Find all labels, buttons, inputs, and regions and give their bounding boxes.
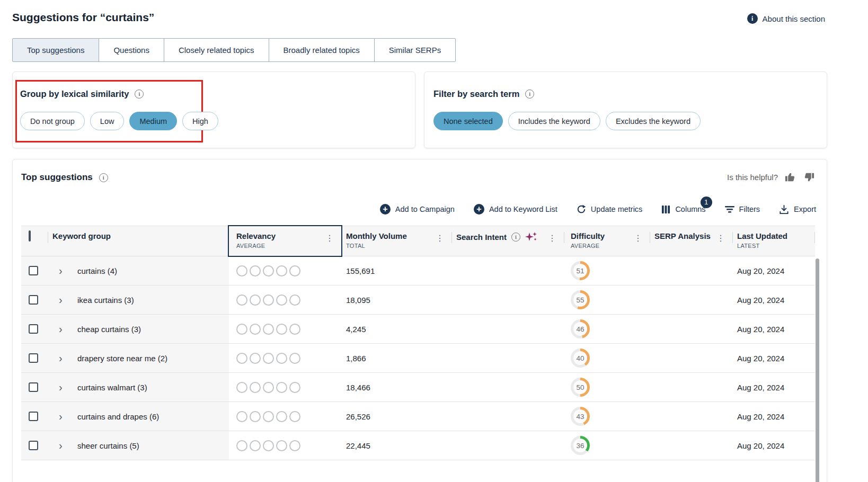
- difficulty-donut: 46: [571, 319, 590, 338]
- column-sublabel: LATEST: [737, 243, 815, 249]
- tab-broadly-related-topics[interactable]: Broadly related topics: [269, 38, 375, 62]
- filter-option-excludes-the-keyword[interactable]: Excludes the keyword: [606, 112, 701, 130]
- update-metrics-label: Update metrics: [591, 205, 643, 213]
- column-last-updated[interactable]: Last Updated LATEST: [732, 226, 815, 256]
- monthly-volume-value: 155,691: [341, 266, 451, 275]
- add-to-keyword-list-button[interactable]: + Add to Keyword List: [474, 204, 557, 215]
- expand-chevron-icon[interactable]: ›: [59, 440, 65, 451]
- filter-by-title-text: Filter by search term: [433, 89, 519, 99]
- expand-chevron-icon[interactable]: ›: [59, 382, 65, 392]
- vertical-scrollbar[interactable]: [816, 258, 819, 482]
- filters-button[interactable]: Filters: [725, 205, 760, 213]
- row-checkbox[interactable]: [29, 353, 38, 363]
- column-difficulty[interactable]: Difficulty AVERAGE ⋮: [564, 226, 650, 256]
- expand-chevron-icon[interactable]: ›: [59, 294, 65, 305]
- relevancy-circle: [263, 382, 274, 393]
- tab-questions[interactable]: Questions: [99, 38, 164, 62]
- helpful-widget: Is this helpful?: [727, 171, 815, 183]
- column-sublabel: TOTAL: [346, 243, 451, 249]
- kebab-menu-icon[interactable]: ⋮: [325, 233, 334, 243]
- update-metrics-button[interactable]: Update metrics: [577, 204, 643, 214]
- group-option-low[interactable]: Low: [90, 112, 125, 130]
- info-icon[interactable]: i: [525, 90, 534, 99]
- group-option-medium[interactable]: Medium: [129, 112, 177, 130]
- expand-chevron-icon[interactable]: ›: [59, 265, 65, 276]
- table-body: › curtains (4) 155,691 51 Aug 20, 2024 ›…: [21, 256, 815, 460]
- group-option-high[interactable]: High: [182, 112, 218, 130]
- kebab-menu-icon[interactable]: ⋮: [548, 233, 556, 243]
- difficulty-donut: 40: [571, 349, 590, 368]
- relevancy-circle: [236, 382, 247, 393]
- difficulty-donut: 51: [571, 261, 590, 280]
- last-updated-value: Aug 20, 2024: [732, 296, 815, 305]
- add-to-campaign-label: Add to Campaign: [395, 205, 455, 213]
- relevancy-circle: [289, 324, 300, 335]
- column-serp-analysis[interactable]: SERP Analysis ⋮: [650, 226, 732, 256]
- tab-top-suggestions[interactable]: Top suggestions: [12, 38, 99, 62]
- relevancy-circle: [263, 324, 274, 335]
- tab-closely-related-topics[interactable]: Closely related topics: [164, 38, 269, 62]
- row-checkbox[interactable]: [29, 412, 38, 421]
- group-option-do-not-group[interactable]: Do not group: [20, 112, 85, 130]
- info-icon[interactable]: i: [135, 90, 144, 99]
- relevancy-circle: [236, 294, 247, 306]
- kebab-menu-icon[interactable]: ⋮: [436, 233, 444, 243]
- relevancy-cell: [229, 411, 341, 422]
- keyword-group-cell: › sheer curtains (5): [48, 431, 229, 460]
- kebab-menu-icon[interactable]: ⋮: [716, 233, 725, 243]
- export-button[interactable]: Export: [779, 204, 816, 215]
- column-relevancy[interactable]: Relevancy AVERAGE ⋮: [229, 226, 341, 256]
- group-by-title-text: Group by lexical similarity: [20, 89, 129, 99]
- filters-label: Filters: [739, 205, 760, 213]
- row-checkbox[interactable]: [29, 324, 38, 334]
- expand-chevron-icon[interactable]: ›: [59, 353, 65, 363]
- column-keyword-group[interactable]: Keyword group: [48, 226, 229, 256]
- row-checkbox-cell: [21, 344, 48, 372]
- column-monthly-volume[interactable]: Monthly Volume TOTAL ⋮: [341, 226, 451, 256]
- keyword-group-cell: › drapery store near me (2): [48, 344, 229, 372]
- keyword-group-label: drapery store near me (2): [77, 354, 167, 363]
- about-this-section-link[interactable]: i About this section: [747, 13, 825, 24]
- expand-chevron-icon[interactable]: ›: [59, 411, 65, 422]
- page-title: Suggestions for “curtains”: [12, 11, 154, 24]
- filter-option-none-selected[interactable]: None selected: [433, 112, 503, 130]
- row-checkbox[interactable]: [29, 382, 38, 392]
- filter-option-includes-the-keyword[interactable]: Includes the keyword: [508, 112, 600, 130]
- row-checkbox-cell: [21, 402, 48, 431]
- group-by-title: Group by lexical similarity i: [20, 89, 144, 99]
- relevancy-circle: [276, 353, 287, 364]
- row-checkbox[interactable]: [29, 295, 38, 305]
- column-label: Keyword group: [52, 231, 229, 240]
- column-sublabel: AVERAGE: [571, 243, 650, 249]
- tabs: Top suggestionsQuestionsClosely related …: [12, 38, 456, 62]
- difficulty-cell: 43: [564, 407, 650, 426]
- select-all-cell: [21, 226, 48, 256]
- row-checkbox[interactable]: [29, 441, 38, 450]
- thumbs-down-icon[interactable]: [803, 171, 815, 183]
- info-icon[interactable]: i: [99, 173, 108, 182]
- suggestions-table: Keyword group Relevancy AVERAGE ⋮ Monthl…: [21, 226, 815, 460]
- keyword-group-label: curtains and drapes (6): [77, 412, 159, 421]
- monthly-volume-value: 22,445: [341, 441, 451, 450]
- expand-chevron-icon[interactable]: ›: [59, 324, 65, 334]
- helpful-label: Is this helpful?: [727, 173, 778, 182]
- add-to-campaign-button[interactable]: + Add to Campaign: [380, 204, 455, 215]
- info-icon[interactable]: i: [511, 233, 520, 242]
- kebab-menu-icon[interactable]: ⋮: [634, 233, 642, 243]
- download-icon: [779, 204, 789, 215]
- add-to-keyword-list-label: Add to Keyword List: [489, 205, 557, 213]
- keyword-group-label: sheer curtains (5): [77, 441, 139, 450]
- tab-similar-serps[interactable]: Similar SERPs: [374, 38, 456, 62]
- relevancy-circle: [250, 440, 261, 451]
- thumbs-up-icon[interactable]: [784, 171, 796, 183]
- keyword-group-label: curtains walmart (3): [77, 383, 147, 392]
- relevancy-cell: [229, 440, 341, 451]
- columns-button[interactable]: Columns 1: [661, 205, 705, 214]
- relevancy-circle: [250, 411, 261, 422]
- row-checkbox[interactable]: [29, 266, 38, 275]
- column-search-intent[interactable]: Search Intent i ⋮: [451, 226, 564, 256]
- info-icon: i: [747, 13, 758, 24]
- select-all-checkbox[interactable]: [29, 230, 31, 242]
- relevancy-circle: [263, 411, 274, 422]
- relevancy-circle: [276, 294, 287, 306]
